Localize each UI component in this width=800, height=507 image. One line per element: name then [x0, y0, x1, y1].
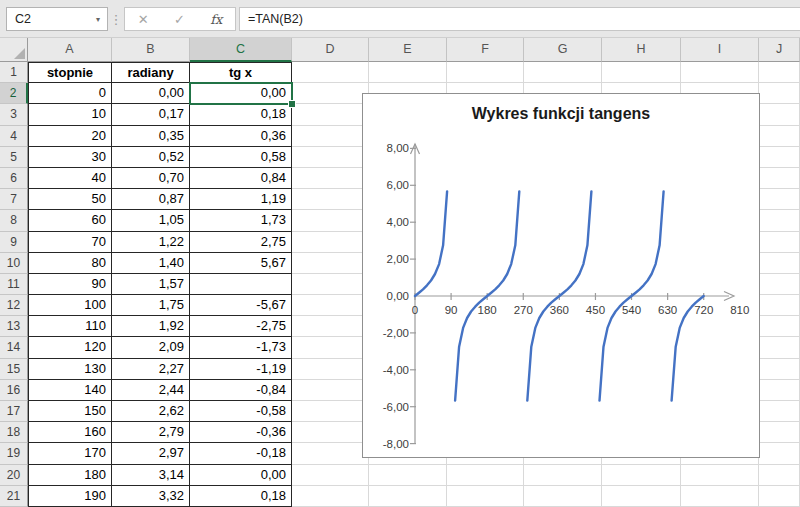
row-header-19[interactable]: 19: [0, 443, 28, 464]
cell-E20[interactable]: [369, 465, 447, 486]
column-header-C[interactable]: C: [190, 38, 292, 62]
cell-J1[interactable]: [759, 62, 800, 83]
column-header-A[interactable]: A: [28, 38, 112, 62]
cell-B19[interactable]: 2,97: [112, 443, 190, 464]
cell-J18[interactable]: [759, 422, 800, 443]
column-header-H[interactable]: H: [602, 38, 681, 62]
cell-A5[interactable]: 30: [28, 147, 112, 168]
cell-A1[interactable]: stopnie: [28, 62, 112, 83]
cell-J6[interactable]: [759, 168, 800, 189]
cell-C18[interactable]: -0,36: [190, 422, 292, 443]
cell-D14[interactable]: [292, 337, 369, 358]
cell-D19[interactable]: [292, 443, 369, 464]
cell-C4[interactable]: 0,36: [190, 126, 292, 147]
name-box[interactable]: C2 ▾: [6, 7, 108, 31]
cell-I20[interactable]: [681, 465, 759, 486]
cell-A3[interactable]: 10: [28, 104, 112, 125]
cell-B18[interactable]: 2,79: [112, 422, 190, 443]
row-header-2[interactable]: 2: [0, 83, 28, 104]
cancel-icon[interactable]: ✕: [138, 12, 149, 27]
cell-J21[interactable]: [759, 486, 800, 507]
cell-B13[interactable]: 1,92: [112, 316, 190, 337]
cell-C13[interactable]: -2,75: [190, 316, 292, 337]
cell-A18[interactable]: 160: [28, 422, 112, 443]
cell-C16[interactable]: -0,84: [190, 380, 292, 401]
cell-C5[interactable]: 0,58: [190, 147, 292, 168]
cell-C7[interactable]: 1,19: [190, 189, 292, 210]
cell-B11[interactable]: 1,57: [112, 274, 190, 295]
cell-D7[interactable]: [292, 189, 369, 210]
cell-B3[interactable]: 0,17: [112, 104, 190, 125]
cell-J13[interactable]: [759, 316, 800, 337]
cell-B8[interactable]: 1,05: [112, 210, 190, 231]
cell-D15[interactable]: [292, 359, 369, 380]
cell-A12[interactable]: 100: [28, 295, 112, 316]
cell-D18[interactable]: [292, 422, 369, 443]
cell-J15[interactable]: [759, 359, 800, 380]
cell-J20[interactable]: [759, 465, 800, 486]
row-header-1[interactable]: 1: [0, 62, 28, 83]
cell-I1[interactable]: [681, 62, 759, 83]
cell-C20[interactable]: 0,00: [190, 465, 292, 486]
cell-J4[interactable]: [759, 126, 800, 147]
cell-D17[interactable]: [292, 401, 369, 422]
cell-C21[interactable]: 0,18: [190, 486, 292, 507]
cell-B1[interactable]: radiany: [112, 62, 190, 83]
row-header-18[interactable]: 18: [0, 422, 28, 443]
cell-B16[interactable]: 2,44: [112, 380, 190, 401]
cell-F1[interactable]: [447, 62, 524, 83]
cell-D3[interactable]: [292, 104, 369, 125]
cell-B2[interactable]: 0,00: [112, 83, 190, 104]
cell-H21[interactable]: [602, 486, 681, 507]
cell-C17[interactable]: -0,58: [190, 401, 292, 422]
enter-icon[interactable]: ✓: [174, 12, 185, 27]
cell-J9[interactable]: [759, 232, 800, 253]
row-header-11[interactable]: 11: [0, 274, 28, 295]
cell-B15[interactable]: 2,27: [112, 359, 190, 380]
row-header-6[interactable]: 6: [0, 168, 28, 189]
cell-J11[interactable]: [759, 274, 800, 295]
row-header-15[interactable]: 15: [0, 359, 28, 380]
cell-A11[interactable]: 90: [28, 274, 112, 295]
column-header-J[interactable]: J: [759, 38, 800, 62]
cell-C3[interactable]: 0,18: [190, 104, 292, 125]
column-header-B[interactable]: B: [112, 38, 190, 62]
cell-J3[interactable]: [759, 104, 800, 125]
cell-E1[interactable]: [369, 62, 447, 83]
cell-C8[interactable]: 1,73: [190, 210, 292, 231]
cell-A8[interactable]: 60: [28, 210, 112, 231]
cell-C10[interactable]: 5,67: [190, 253, 292, 274]
cell-A13[interactable]: 110: [28, 316, 112, 337]
insert-function-icon[interactable]: fx: [210, 12, 222, 27]
cell-G20[interactable]: [524, 465, 602, 486]
column-header-F[interactable]: F: [447, 38, 524, 62]
cell-F20[interactable]: [447, 465, 524, 486]
row-header-9[interactable]: 9: [0, 232, 28, 253]
cell-J14[interactable]: [759, 337, 800, 358]
cell-D4[interactable]: [292, 126, 369, 147]
cell-A21[interactable]: 190: [28, 486, 112, 507]
formula-input[interactable]: =TAN(B2): [239, 7, 800, 31]
cell-C6[interactable]: 0,84: [190, 168, 292, 189]
cell-J5[interactable]: [759, 147, 800, 168]
cell-J16[interactable]: [759, 380, 800, 401]
cell-G21[interactable]: [524, 486, 602, 507]
row-header-5[interactable]: 5: [0, 147, 28, 168]
column-header-G[interactable]: G: [524, 38, 602, 62]
cell-J10[interactable]: [759, 253, 800, 274]
row-header-13[interactable]: 13: [0, 316, 28, 337]
cell-D21[interactable]: [292, 486, 369, 507]
cell-G1[interactable]: [524, 62, 602, 83]
cell-B6[interactable]: 0,70: [112, 168, 190, 189]
cell-H20[interactable]: [602, 465, 681, 486]
cell-F21[interactable]: [447, 486, 524, 507]
row-header-4[interactable]: 4: [0, 126, 28, 147]
cell-C11[interactable]: [190, 274, 292, 295]
cell-A7[interactable]: 50: [28, 189, 112, 210]
cell-B17[interactable]: 2,62: [112, 401, 190, 422]
row-header-20[interactable]: 20: [0, 465, 28, 486]
row-header-10[interactable]: 10: [0, 253, 28, 274]
cell-C15[interactable]: -1,19: [190, 359, 292, 380]
cell-E21[interactable]: [369, 486, 447, 507]
cell-A10[interactable]: 80: [28, 253, 112, 274]
